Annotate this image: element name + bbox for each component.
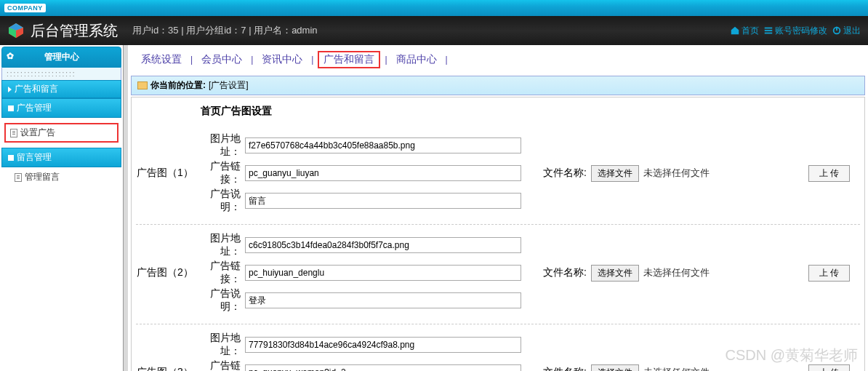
main-content: 系统设置| 会员中心| 资讯中心| 广告和留言| 商品中心| 你当前的位置: [… xyxy=(128,45,868,371)
app-header: 后台管理系统 用户id：35 | 用户分组id：7 | 用户名：admin 首页… xyxy=(0,16,868,45)
ad-row-label: 广告图（3） xyxy=(136,366,194,371)
ad-row-label: 广告图（2） xyxy=(136,266,194,279)
file-status: 未选择任何文件 xyxy=(643,266,710,279)
desc-input[interactable] xyxy=(245,193,521,209)
link-label: 广告链接： xyxy=(194,359,245,371)
sidebar-section[interactable]: 广告和留言 xyxy=(1,80,121,98)
desc-label: 广告说明： xyxy=(194,188,245,214)
folder-icon xyxy=(137,81,148,89)
sidebar-group-ad[interactable]: 广告管理 xyxy=(1,98,121,118)
bullet-icon xyxy=(8,155,14,161)
logout-link[interactable]: 退出 xyxy=(832,25,861,37)
img-input[interactable] xyxy=(245,337,521,353)
filename-label: 文件名称: xyxy=(543,366,587,371)
content-panel: 首页广告图设置 广告图（1）图片地址：广告链接：广告说明：文件名称:选择文件未选… xyxy=(131,97,865,371)
file-status: 未选择任何文件 xyxy=(643,366,710,371)
gear-icon: ✿ xyxy=(7,51,14,61)
upload-button[interactable]: 上 传 xyxy=(808,265,850,282)
img-label: 图片地址： xyxy=(194,332,245,358)
upload-button[interactable]: 上 传 xyxy=(808,165,850,182)
nav-product[interactable]: 商品中心 xyxy=(392,53,441,66)
choose-file-button[interactable]: 选择文件 xyxy=(591,364,639,372)
home-link[interactable]: 首页 xyxy=(730,25,759,37)
nav-ad-msg[interactable]: 广告和留言 xyxy=(318,51,380,68)
upload-button[interactable]: 上 传 xyxy=(808,364,850,372)
ad-row-label: 广告图（1） xyxy=(136,167,194,180)
desc-input[interactable] xyxy=(245,292,521,308)
svg-rect-6 xyxy=(765,33,773,34)
password-link[interactable]: 账号密码修改 xyxy=(763,25,827,37)
link-input[interactable] xyxy=(245,165,521,181)
img-label: 图片地址： xyxy=(194,232,245,258)
svg-rect-4 xyxy=(765,28,773,29)
svg-rect-8 xyxy=(836,27,837,31)
nav-news[interactable]: 资讯中心 xyxy=(257,53,307,66)
power-icon xyxy=(832,25,842,36)
link-label: 广告链接： xyxy=(194,160,245,186)
sidebar-group-msg[interactable]: 留言管理 xyxy=(1,148,121,167)
filename-label: 文件名称: xyxy=(543,167,587,180)
page-title: 首页广告图设置 xyxy=(132,97,864,125)
choose-file-button[interactable]: 选择文件 xyxy=(591,165,639,182)
list-icon xyxy=(763,25,773,36)
nav-member[interactable]: 会员中心 xyxy=(197,53,246,66)
logo-icon xyxy=(7,22,25,39)
ad-row: 广告图（1）图片地址：广告链接：广告说明：文件名称:选择文件未选择任何文件上 传 xyxy=(136,125,860,225)
sidebar-item-manage-msg[interactable]: 管理留言 xyxy=(0,167,123,187)
link-label: 广告链接： xyxy=(194,260,245,286)
top-nav: 系统设置| 会员中心| 资讯中心| 广告和留言| 商品中心| xyxy=(129,45,867,74)
svg-rect-5 xyxy=(765,30,773,31)
sidebar-decoration: :::::::::::::::::::: xyxy=(1,68,121,80)
filename-label: 文件名称: xyxy=(543,266,587,279)
breadcrumb: 你当前的位置: [广告设置] xyxy=(131,76,865,95)
file-status: 未选择任何文件 xyxy=(643,167,710,180)
sidebar: ✿ 管理中心 :::::::::::::::::::: 广告和留言 广告管理 设… xyxy=(0,45,124,371)
ad-row: 广告图（3）图片地址：广告链接：广告说明：文件名称:选择文件未选择任何文件上 传 xyxy=(136,324,860,371)
sidebar-item-set-ad[interactable]: 设置广告 xyxy=(4,123,118,143)
doc-icon xyxy=(15,173,22,182)
home-icon xyxy=(730,25,740,36)
link-input[interactable] xyxy=(245,265,521,281)
desc-label: 广告说明： xyxy=(194,287,245,314)
window-titlebar: COMPANY xyxy=(0,0,868,16)
sidebar-header: ✿ 管理中心 xyxy=(1,47,121,68)
img-input[interactable] xyxy=(245,237,521,253)
img-label: 图片地址： xyxy=(194,132,245,159)
link-input[interactable] xyxy=(245,364,521,371)
bullet-icon xyxy=(8,105,14,111)
user-meta: 用户id：35 | 用户分组id：7 | 用户名：admin xyxy=(132,24,318,37)
img-input[interactable] xyxy=(245,137,521,153)
company-badge: COMPANY xyxy=(4,4,46,12)
doc-icon xyxy=(10,129,17,137)
triangle-icon xyxy=(8,87,12,92)
ad-row: 广告图（2）图片地址：广告链接：广告说明：文件名称:选择文件未选择任何文件上 传 xyxy=(136,225,860,324)
nav-system[interactable]: 系统设置 xyxy=(137,53,186,66)
app-title: 后台管理系统 xyxy=(31,21,118,41)
choose-file-button[interactable]: 选择文件 xyxy=(591,265,639,282)
